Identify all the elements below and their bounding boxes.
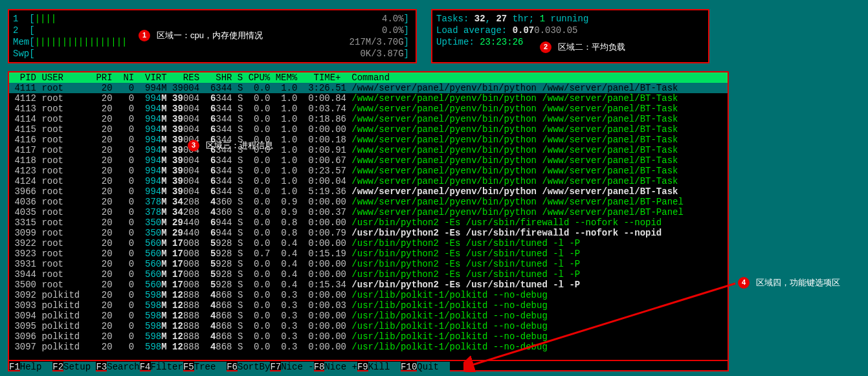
process-row[interactable]: 3923 root 20 0 560M 17008 5928 S 0.7 0.4… [9,249,728,259]
process-list[interactable]: PID USER PRI NI VIRT RES SHR S CPU% MEM%… [8,71,729,361]
process-row[interactable]: 4113 root 20 0 994M 39004 6344 S 0.0 1.0… [9,104,728,114]
cpu-mem-meters: 1 [||||4.0%]2 [0.0%] Mem[|||||||||||||||… [8,9,417,63]
process-row[interactable]: 4112 root 20 0 994M 39004 6344 S 0.0 1.0… [9,93,728,104]
swap-meter: Swp[0K/3.87G] [13,48,409,60]
load-average-line: Load average: 0.07 0.03 0.05 [436,25,702,36]
process-row[interactable]: 4111 root 20 0 994M 39004 6344 S 0.0 1.0… [9,83,728,93]
process-row[interactable]: 4114 root 20 0 994M 39004 6344 S 0.0 1.0… [9,114,728,124]
cpu-meter-1: 1 [||||4.0%] [13,13,409,25]
fn-label-F10[interactable]: Quit [417,362,449,372]
process-row[interactable]: 4117 root 20 0 994M 39004 6344 S 0.0 1.0… [9,145,728,155]
process-row[interactable]: 3922 root 20 0 560M 17008 5928 S 0.0 0.4… [9,238,728,249]
fn-label-F6[interactable]: SortBy [238,362,270,372]
meters-panel: 1 [||||4.0%]2 [0.0%] Mem[|||||||||||||||… [8,4,729,66]
mem-value: 217M/3.70G [350,37,404,48]
fn-key-F3[interactable]: F3 [96,362,107,372]
process-row[interactable]: 4036 root 20 0 378M 34208 4360 S 0.0 0.9… [9,197,728,207]
fn-key-F5[interactable]: F5 [183,362,194,372]
process-row[interactable]: 4118 root 20 0 994M 39004 6344 S 0.0 1.0… [9,155,728,166]
process-row[interactable]: 3944 root 20 0 560M 17008 5928 S 0.0 0.4… [9,269,728,280]
process-row[interactable]: 3099 root 20 0 350M 29440 6944 S 0.0 0.8… [9,228,728,238]
process-row[interactable]: 4116 root 20 0 994M 39004 6344 S 0.0 1.0… [9,135,728,145]
process-row[interactable]: 3966 root 20 0 994M 39004 6344 S 0.0 1.0… [9,186,728,197]
fn-key-F4[interactable]: F4 [140,362,151,372]
swp-label: Swp [13,49,29,60]
annotation-badge-4: 4 [738,277,750,289]
fn-label-F5[interactable]: Tree [194,362,227,372]
load-meters: Tasks: 32, 27 thr; 1 running Load averag… [431,9,709,63]
mem-meter: Mem[|||||||||||||||||217M/3.70G] [13,36,409,48]
fn-label-F7[interactable]: Nice - [281,362,313,372]
fn-key-F10[interactable]: F10 [401,362,417,372]
fn-label-F8[interactable]: Nice + [324,362,357,372]
fn-key-F8[interactable]: F8 [314,362,325,372]
process-row[interactable]: 3931 root 20 0 560M 17008 5928 S 0.0 0.4… [9,259,728,269]
function-bar: F1Help F2Setup F3SearchF4FilterF5Tree F6… [8,360,729,371]
mem-label: Mem [13,37,29,48]
swp-value: 0K/3.87G [360,49,403,60]
fn-key-F9[interactable]: F9 [357,362,368,372]
process-row[interactable]: 3315 root 20 0 350M 29440 6944 S 0.0 0.8… [9,217,728,228]
fn-key-F7[interactable]: F7 [270,362,281,372]
process-row[interactable]: 3094 polkitd 20 0 598M 12888 4868 S 0.0 … [9,311,728,321]
process-header[interactable]: PID USER PRI NI VIRT RES SHR S CPU% MEM%… [9,72,728,83]
fn-key-F6[interactable]: F6 [227,362,238,372]
process-row[interactable]: 3093 polkitd 20 0 598M 12888 4868 S 0.0 … [9,300,728,311]
fn-label-F9[interactable]: Kill [368,362,401,372]
fn-label-F1[interactable]: Help [20,362,52,372]
process-row[interactable]: 3500 root 20 0 560M 17008 5928 S 0.0 0.4… [9,280,728,290]
fn-key-F2[interactable]: F2 [52,362,63,372]
process-row[interactable]: 3097 polkitd 20 0 598M 12888 4868 S 0.0 … [9,342,728,352]
fn-label-F2[interactable]: Setup [63,362,96,372]
process-row[interactable]: 4115 root 20 0 994M 39004 6344 S 0.0 1.0… [9,124,728,135]
tasks-line: Tasks: 32, 27 thr; 1 running [436,13,702,25]
process-row[interactable]: 4035 root 20 0 378M 34208 4360 S 0.0 0.9… [9,207,728,217]
fn-key-F1[interactable]: F1 [9,362,20,372]
process-row[interactable]: 4124 root 20 0 994M 39004 6344 S 0.0 1.0… [9,176,728,186]
fn-label-F4[interactable]: Filter [151,362,183,372]
process-row[interactable]: 3095 polkitd 20 0 598M 12888 4868 S 0.0 … [9,321,728,331]
uptime-line: Uptime: 23:23:26 [436,36,702,48]
process-row[interactable]: 3096 polkitd 20 0 598M 12888 4868 S 0.0 … [9,331,728,342]
cpu-meter-2: 2 [0.0%] [13,25,409,36]
process-row[interactable]: 4123 root 20 0 994M 39004 6344 S 0.0 1.0… [9,166,728,176]
annotation-4: 4 区域四，功能键选项区 [738,277,840,289]
fn-label-F3[interactable]: Search [107,362,139,372]
process-row[interactable]: 3092 polkitd 20 0 598M 12888 4868 S 0.0 … [9,290,728,300]
